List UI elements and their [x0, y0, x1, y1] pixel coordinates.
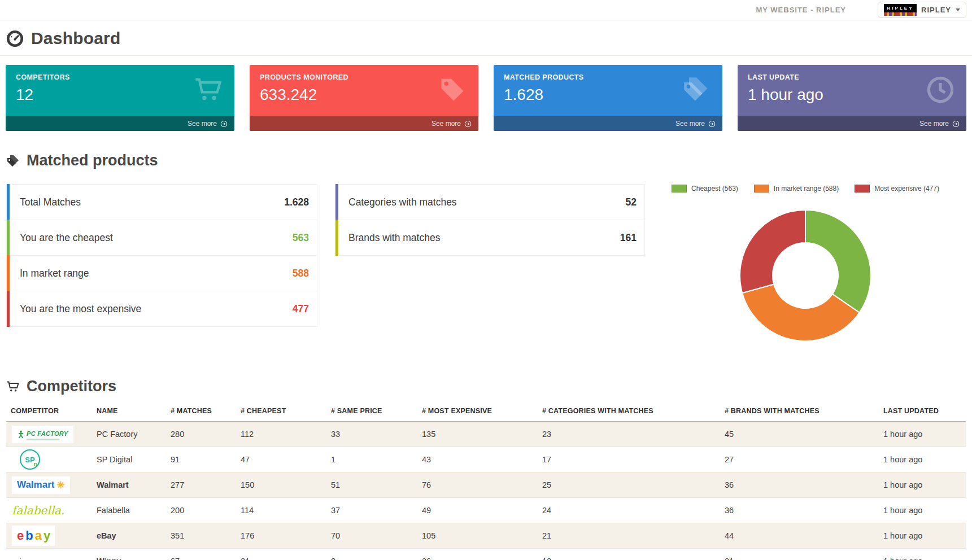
table-row: winpy Winpy 67 31 0 36 12 21 1 hour ago [6, 549, 966, 560]
card-label: PRODUCTS MONITORED [260, 73, 468, 81]
matches-count: 280 [166, 422, 236, 447]
col-brands: # BRANDS WITH MATCHES [720, 404, 879, 422]
clock-icon [926, 75, 955, 107]
last-updated: 1 hour ago [879, 447, 966, 473]
competitor-name: SP Digital [92, 447, 166, 473]
competitor-name: Winpy [92, 549, 166, 560]
page-header: Dashboard [0, 20, 972, 56]
competitor-logo-cell: falabella. [6, 498, 92, 523]
tags-icon [6, 154, 20, 168]
caret-down-icon [956, 8, 960, 11]
table-row: SP D SP Digital 91 47 1 43 17 27 1 hour … [6, 447, 966, 473]
ripley-logo-text: RIPLEY [884, 6, 917, 11]
matched-products-header: Matched products [0, 152, 972, 169]
see-more-link[interactable]: See more [250, 116, 478, 131]
card-value: 1 hour ago [748, 86, 956, 104]
table-header-row: COMPETITOR NAME # MATCHES # CHEAPEST # S… [6, 404, 966, 422]
accent-bar [7, 220, 10, 256]
most-expensive-count: 43 [417, 447, 538, 473]
page-title: Dashboard [31, 29, 121, 48]
competitor-logo-cell: ebay [6, 523, 92, 549]
see-more-link[interactable]: See more [494, 116, 722, 131]
legend-item: Cheapest (563) [672, 185, 738, 193]
most-expensive-count: 105 [417, 523, 538, 549]
table-row: falabella. Falabella 200 114 37 49 24 36… [6, 498, 966, 523]
matches-count: 67 [166, 549, 236, 560]
brands-count: 21 [720, 549, 879, 560]
last-updated: 1 hour ago [879, 473, 966, 498]
legend-label: Cheapest (563) [691, 185, 738, 193]
ripley-logo: RIPLEY [884, 4, 917, 16]
same-price-count: 1 [326, 447, 417, 473]
card-value: 633.242 [260, 86, 468, 104]
walmart-spark-icon: ✳ [56, 479, 64, 491]
tags-icon [682, 75, 711, 107]
competitor-name: PC Factory [92, 422, 166, 447]
same-price-count: 51 [326, 473, 417, 498]
competitors-header: Competitors [0, 378, 972, 395]
legend-item: Most expensive (477) [855, 185, 939, 193]
same-price-count: 33 [326, 422, 417, 447]
pcfactory-logo[interactable]: PC FACTORY [12, 426, 73, 443]
most-expensive-count: 135 [417, 422, 538, 447]
stat-cheapest: You are the cheapest 563 [6, 220, 317, 256]
ebay-logo[interactable]: ebay [12, 526, 55, 546]
most-expensive-count: 49 [417, 498, 538, 523]
categories-count: 21 [538, 523, 720, 549]
card-label: LAST UPDATE [748, 73, 956, 81]
categories-count: 23 [538, 422, 720, 447]
ripley-logo-stripes [884, 12, 917, 16]
last-updated: 1 hour ago [879, 523, 966, 549]
accent-bar [7, 255, 10, 291]
legend-label: In market range (588) [774, 185, 839, 193]
competitor-logo-cell: Walmart ✳ [6, 473, 92, 498]
competitor-logo-cell: PC FACTORY [6, 422, 92, 447]
col-name: NAME [92, 404, 166, 422]
site-label: MY WEBSITE - RIPLEY [756, 6, 846, 14]
competitor-name: Falabella [92, 498, 166, 523]
cheapest-count: 31 [236, 549, 326, 560]
donut-chart [726, 196, 884, 355]
account-menu-button[interactable]: RIPLEY RIPLEY [878, 2, 966, 18]
same-price-count: 70 [326, 523, 417, 549]
cheapest-count: 150 [236, 473, 326, 498]
matched-stats-right: Categories with matches 52 Brands with m… [335, 184, 645, 256]
walmart-logo[interactable]: Walmart ✳ [12, 476, 70, 494]
cheapest-count: 112 [236, 422, 326, 447]
spdigital-logo[interactable]: SP D [20, 449, 40, 470]
accent-bar [7, 184, 10, 220]
most-expensive-count: 36 [417, 549, 538, 560]
legend-item: In market range (588) [754, 185, 839, 193]
brands-count: 27 [720, 447, 879, 473]
categories-count: 25 [538, 473, 720, 498]
col-categories: # CATEGORIES WITH MATCHES [538, 404, 720, 422]
legend-swatch [754, 185, 769, 193]
matched-stats-left: Total Matches 1.628 You are the cheapest… [6, 184, 317, 327]
donut-legend: Cheapest (563)In market range (588)Most … [672, 185, 939, 193]
accent-bar [7, 291, 10, 327]
falabella-logo[interactable]: falabella. [12, 504, 64, 517]
accent-bar [335, 184, 338, 220]
legend-label: Most expensive (477) [874, 185, 939, 193]
topbar: MY WEBSITE - RIPLEY RIPLEY RIPLEY [0, 0, 972, 20]
same-price-count: 0 [326, 549, 417, 560]
cheapest-count: 47 [236, 447, 326, 473]
donut-segment [805, 210, 871, 313]
stat-card-matched-products: MATCHED PRODUCTS 1.628 See more [494, 65, 722, 131]
account-name: RIPLEY [921, 6, 951, 14]
legend-swatch [672, 185, 687, 193]
card-label: COMPETITORS [16, 73, 224, 81]
brands-count: 45 [720, 422, 879, 447]
see-more-link[interactable]: See more [738, 116, 966, 131]
winpy-logo[interactable]: winpy [12, 557, 41, 560]
see-more-link[interactable]: See more [6, 116, 234, 131]
matched-products-body: Total Matches 1.628 You are the cheapest… [0, 184, 972, 357]
col-most-expensive: # MOST EXPENSIVE [417, 404, 538, 422]
competitor-logo-cell: winpy [6, 549, 92, 560]
matches-count: 200 [166, 498, 236, 523]
matches-count: 91 [166, 447, 236, 473]
matches-count: 351 [166, 523, 236, 549]
brands-count: 36 [720, 473, 879, 498]
same-price-count: 37 [326, 498, 417, 523]
competitor-name: Walmart [92, 473, 166, 498]
